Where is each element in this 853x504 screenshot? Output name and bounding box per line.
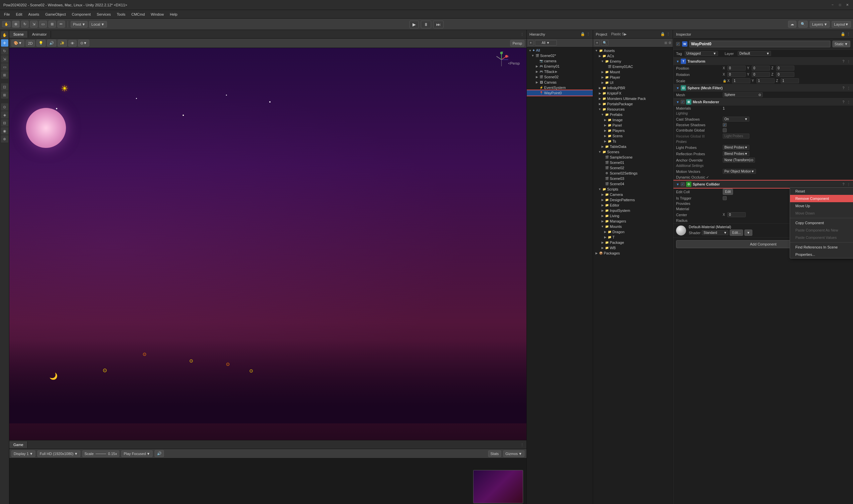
mesh-filter-help[interactable]: ? <box>842 86 844 90</box>
project-scene03[interactable]: 🎬 Scene03 <box>593 176 673 181</box>
hierarchy-more[interactable]: ⋮ <box>586 32 590 36</box>
persp-label[interactable]: Persp <box>510 40 525 47</box>
hierarchy-lock[interactable]: 🔒 <box>581 32 585 36</box>
tree-item-tback[interactable]: ▶ 🎮 TBack ▶ <box>527 69 593 74</box>
hand-tool[interactable]: ✋ <box>1 31 8 39</box>
move-tool[interactable]: ⊕ <box>12 21 20 28</box>
move-tool-left[interactable]: ✛ <box>1 39 8 47</box>
game-options[interactable]: ⋮ <box>518 443 527 446</box>
pivot-button[interactable]: Pivot▼ <box>71 21 88 28</box>
tree-item-canvas[interactable]: ▶ 🖼 Canvas <box>527 79 593 85</box>
hierarchy-search[interactable]: All ▼ <box>535 40 557 46</box>
rotation-x[interactable] <box>727 72 746 77</box>
mesh-renderer-header[interactable]: ▼ ⊞ Mesh Renderer ? ⋮ <box>673 98 853 106</box>
mesh-picker[interactable]: ⊙ <box>758 93 761 96</box>
scene-lighting[interactable]: 💡 <box>36 40 46 47</box>
project-managers[interactable]: ▶ 📁 Managers <box>593 218 673 224</box>
scale-control[interactable]: Scale ──── 0.15x <box>82 450 120 457</box>
tree-item-camera[interactable]: 📷 camera <box>527 58 593 64</box>
game-view[interactable] <box>9 458 527 504</box>
display-dropdown[interactable]: Display 1▼ <box>11 450 35 457</box>
transform-tool-left[interactable]: ⊞ <box>1 71 8 78</box>
extra-tool-1[interactable]: ⊙ <box>1 103 8 111</box>
is-trigger-check[interactable] <box>723 196 727 200</box>
animator-tab[interactable]: Animator <box>28 31 51 38</box>
shading-dropdown[interactable]: 🎨▼ <box>11 40 24 47</box>
project-scene02-asset[interactable]: 🎬 Scene02 <box>593 165 673 170</box>
project-enemy[interactable]: ▼ 📁 Enemy <box>593 59 673 64</box>
tree-item-waypoint0[interactable]: 📍 WayPoint0 <box>527 90 593 95</box>
project-acs[interactable]: ▶ 📁 ACs <box>593 53 673 59</box>
transform-tools[interactable]: ✋ <box>2 21 11 27</box>
object-active-checkbox[interactable] <box>676 42 680 46</box>
menu-window[interactable]: Window <box>148 12 166 17</box>
project-scene04[interactable]: 🎬 Scene04 <box>593 181 673 186</box>
menu-component[interactable]: Component <box>69 12 93 17</box>
project-wb[interactable]: ▶ 📁 WB <box>593 245 673 251</box>
step-button[interactable]: ⏭ <box>433 21 444 28</box>
mesh-renderer-help[interactable]: ? <box>842 100 844 104</box>
material-edit-btn[interactable]: Edit... <box>730 230 743 236</box>
project-tabledata[interactable]: ▶ 📁 TableData <box>593 144 673 149</box>
reflection-probes-dropdown[interactable]: Blend Probes▼ <box>723 151 749 156</box>
project-camera-scripts[interactable]: ▶ 📁 Camera <box>593 192 673 197</box>
scene-effects[interactable]: ✨ <box>58 40 67 47</box>
project-scens[interactable]: ▶ 📁 Scens <box>593 133 673 139</box>
project-scene01[interactable]: 🎬 Scene01 <box>593 160 673 165</box>
project-enemy01ac[interactable]: 🎬 Enemy01AC <box>593 64 673 69</box>
sphere-collider-header[interactable]: ▼ ⊙ Sphere Collider ? ⋮ <box>673 181 853 188</box>
project-living[interactable]: ▶ 📁 Living <box>593 213 673 218</box>
hierarchy-add[interactable]: + <box>528 40 533 46</box>
transform-help[interactable]: ? <box>842 60 844 63</box>
inspector-more[interactable]: ⋮ <box>847 32 850 36</box>
project-player[interactable]: ▶ 📁 Player <box>593 75 673 80</box>
project-t[interactable]: ▶ 📁 T <box>593 235 673 240</box>
project-packages[interactable]: ▶ 📦 Packages <box>593 251 673 256</box>
transform-header[interactable]: ▼ T Transform ? ⋮ <box>673 58 853 65</box>
menu-gameobject[interactable]: GameObject <box>43 12 69 17</box>
scale-y[interactable] <box>757 78 775 83</box>
tree-item-enemy01[interactable]: ▶ 🎮 Enemy01 <box>527 64 593 69</box>
scale-slider[interactable]: ──── <box>96 452 106 456</box>
ctx-move-up[interactable]: Move Up <box>790 202 853 210</box>
sphere-collider-active[interactable] <box>681 182 685 186</box>
scene-hidden[interactable]: 👁 <box>68 40 77 47</box>
project-more[interactable]: ⋮ <box>667 32 670 36</box>
project-assets[interactable]: ▼ 📁 Assets <box>593 48 673 53</box>
ctx-remove-component[interactable]: Remove Component <box>790 195 853 202</box>
position-z[interactable] <box>776 66 794 71</box>
anchor-override-dropdown[interactable]: None (Transform) ⊙ <box>723 158 755 163</box>
project-monsters[interactable]: ▶ 📁 Monsters Ultimate Pack <box>593 96 673 101</box>
extra-tool-4[interactable]: ◉ <box>1 127 8 134</box>
tree-item-scene02-node[interactable]: ▶ 🎬 Scene02 <box>527 74 593 79</box>
resolution-dropdown[interactable]: Full HD (1920x1080)▼ <box>37 450 80 457</box>
local-button[interactable]: Local▼ <box>89 21 107 28</box>
position-x[interactable] <box>727 66 746 71</box>
project-inputsystem[interactable]: ▶ 📁 InputSystem <box>593 208 673 213</box>
scene-gizmo[interactable]: X Y <box>493 51 510 68</box>
scene-gizmos[interactable]: ⊙▼ <box>78 40 89 47</box>
rotation-y[interactable] <box>752 72 770 77</box>
2d-button[interactable]: 2D <box>26 40 35 47</box>
menu-help[interactable]: Help <box>167 12 180 17</box>
project-portals[interactable]: ▶ 📁 PortalsPackage <box>593 101 673 107</box>
project-view-toggle[interactable]: ⊞ <box>664 41 667 44</box>
menu-tools[interactable]: Tools <box>114 12 128 17</box>
project-scripts[interactable]: ▼ 📁 Scripts <box>593 186 673 192</box>
cloud-button[interactable]: ☁ <box>788 21 796 28</box>
rect-tool-left[interactable]: ▭ <box>1 63 8 71</box>
static-dropdown[interactable]: Static▼ <box>832 41 850 47</box>
project-image[interactable]: ▶ 📁 Image <box>593 117 673 123</box>
project-settings[interactable]: ⚙ <box>669 41 671 44</box>
project-panel-item[interactable]: ▶ 📁 Panel <box>593 123 673 128</box>
search-button[interactable]: 🔍 <box>798 21 808 28</box>
mesh-dropdown[interactable]: Sphere ⊙ <box>723 92 763 97</box>
project-mount[interactable]: ▶ 📁 Mount <box>593 69 673 75</box>
stats-button[interactable]: Stats <box>488 450 501 457</box>
center-x[interactable] <box>727 212 746 217</box>
menu-cmcmd[interactable]: CMCmd <box>129 12 147 17</box>
tree-item-scene02[interactable]: ▼ 🎬 Scene02* <box>527 53 593 58</box>
extra-tool-2[interactable]: ◈ <box>1 111 8 119</box>
project-kriptofx[interactable]: ▶ 📁 KriptoFX <box>593 91 673 96</box>
menu-services[interactable]: Services <box>94 12 113 17</box>
